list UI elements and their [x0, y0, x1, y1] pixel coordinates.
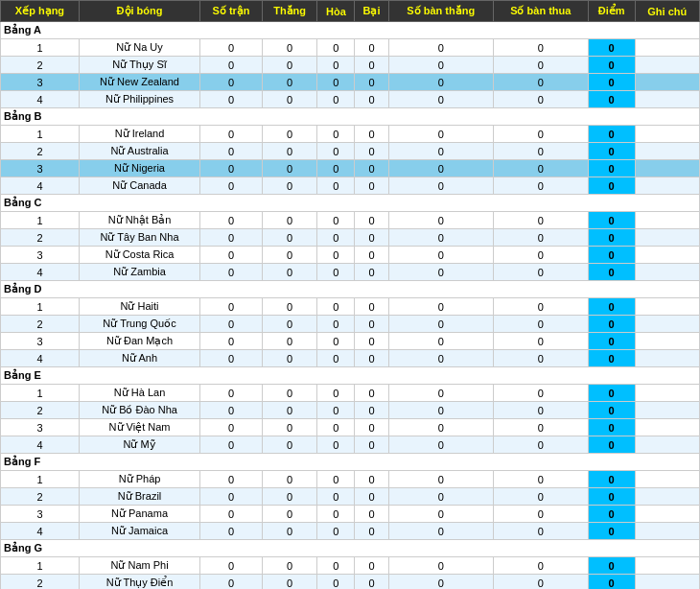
- loss-cell: 0: [355, 488, 388, 506]
- notes-cell: [635, 350, 699, 367]
- played-cell: 0: [200, 177, 263, 195]
- points-cell: 0: [588, 298, 635, 316]
- goals-against-cell: 0: [493, 523, 588, 540]
- rank-cell: 3: [1, 419, 80, 436]
- points-cell: 0: [588, 333, 635, 350]
- team-cell: Nữ Mỹ: [79, 436, 199, 454]
- win-cell: 0: [262, 575, 316, 590]
- rank-cell: 1: [1, 39, 80, 57]
- rank-cell: 3: [1, 247, 80, 264]
- header-loss: Bại: [355, 1, 388, 22]
- goals-for-cell: 0: [388, 557, 493, 575]
- win-cell: 0: [262, 143, 316, 160]
- group-header: Bảng F: [1, 454, 700, 471]
- goals-against-cell: 0: [493, 316, 588, 333]
- notes-cell: [635, 506, 699, 523]
- played-cell: 0: [200, 350, 263, 367]
- table-row: 4Nữ Philippines0000000: [1, 91, 700, 108]
- loss-cell: 0: [355, 126, 388, 143]
- table-row: 3Nữ New Zealand0000000: [1, 74, 700, 91]
- loss-cell: 0: [355, 557, 388, 575]
- win-cell: 0: [262, 557, 316, 575]
- win-cell: 0: [262, 316, 316, 333]
- loss-cell: 0: [355, 91, 388, 108]
- loss-cell: 0: [355, 316, 388, 333]
- team-cell: Nữ Haiti: [79, 298, 199, 316]
- notes-cell: [635, 436, 699, 454]
- rank-cell: 3: [1, 333, 80, 350]
- draw-cell: 0: [317, 264, 355, 281]
- rank-cell: 2: [1, 57, 80, 74]
- goals-against-cell: 0: [493, 298, 588, 316]
- played-cell: 0: [200, 506, 263, 523]
- goals-against-cell: 0: [493, 229, 588, 247]
- rank-cell: 4: [1, 350, 80, 367]
- rank-cell: 1: [1, 298, 80, 316]
- loss-cell: 0: [355, 177, 388, 195]
- win-cell: 0: [262, 350, 316, 367]
- goals-for-cell: 0: [388, 471, 493, 488]
- points-cell: 0: [588, 212, 635, 229]
- team-cell: Nữ Ireland: [79, 126, 199, 143]
- rank-cell: 1: [1, 212, 80, 229]
- loss-cell: 0: [355, 523, 388, 540]
- points-cell: 0: [588, 126, 635, 143]
- notes-cell: [635, 385, 699, 402]
- notes-cell: [635, 177, 699, 195]
- played-cell: 0: [200, 126, 263, 143]
- win-cell: 0: [262, 471, 316, 488]
- played-cell: 0: [200, 471, 263, 488]
- table-row: 1Nữ Hà Lan0000000: [1, 385, 700, 402]
- draw-cell: 0: [317, 557, 355, 575]
- played-cell: 0: [200, 523, 263, 540]
- team-cell: Nữ Costa Rica: [79, 247, 199, 264]
- table-row: 1Nữ Pháp0000000: [1, 471, 700, 488]
- header-team: Đội bóng: [79, 1, 199, 22]
- team-cell: Nữ Pháp: [79, 471, 199, 488]
- draw-cell: 0: [317, 575, 355, 590]
- draw-cell: 0: [317, 143, 355, 160]
- table-row: 2Nữ Trung Quốc0000000: [1, 316, 700, 333]
- goals-against-cell: 0: [493, 333, 588, 350]
- rank-cell: 2: [1, 316, 80, 333]
- table-row: 1Nữ Ireland0000000: [1, 126, 700, 143]
- table-row: 4Nữ Zambia0000000: [1, 264, 700, 281]
- win-cell: 0: [262, 436, 316, 454]
- notes-cell: [635, 212, 699, 229]
- goals-against-cell: 0: [493, 39, 588, 57]
- win-cell: 0: [262, 160, 316, 177]
- points-cell: 0: [588, 557, 635, 575]
- notes-cell: [635, 488, 699, 506]
- team-cell: Nữ New Zealand: [79, 74, 199, 91]
- goals-for-cell: 0: [388, 143, 493, 160]
- goals-against-cell: 0: [493, 575, 588, 590]
- draw-cell: 0: [317, 160, 355, 177]
- team-cell: Nữ Việt Nam: [79, 419, 199, 436]
- played-cell: 0: [200, 57, 263, 74]
- notes-cell: [635, 247, 699, 264]
- points-cell: 0: [588, 57, 635, 74]
- notes-cell: [635, 57, 699, 74]
- goals-for-cell: 0: [388, 91, 493, 108]
- points-cell: 0: [588, 143, 635, 160]
- team-cell: Nữ Thụy Sĩ: [79, 57, 199, 74]
- table-row: 3Nữ Việt Nam0000000: [1, 419, 700, 436]
- header-rank: Xếp hạng: [1, 1, 80, 22]
- notes-cell: [635, 316, 699, 333]
- played-cell: 0: [200, 91, 263, 108]
- goals-for-cell: 0: [388, 488, 493, 506]
- win-cell: 0: [262, 523, 316, 540]
- goals-for-cell: 0: [388, 264, 493, 281]
- played-cell: 0: [200, 39, 263, 57]
- loss-cell: 0: [355, 143, 388, 160]
- notes-cell: [635, 402, 699, 419]
- header-notes: Ghi chú: [635, 1, 699, 22]
- draw-cell: 0: [317, 91, 355, 108]
- win-cell: 0: [262, 419, 316, 436]
- table-row: 2Nữ Australia0000000: [1, 143, 700, 160]
- group-name: Bảng B: [1, 108, 700, 126]
- points-cell: 0: [588, 506, 635, 523]
- team-cell: Nữ Nigeria: [79, 160, 199, 177]
- table-row: 4Nữ Canada0000000: [1, 177, 700, 195]
- rank-cell: 2: [1, 575, 80, 590]
